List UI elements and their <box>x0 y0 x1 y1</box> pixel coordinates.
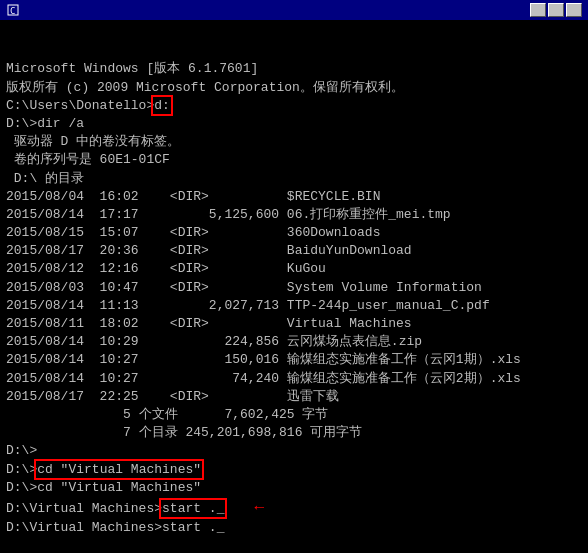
cmd-highlight-cd: cd "Virtual Machines" <box>37 462 201 477</box>
terminal-line: 2015/08/11 18:02 <DIR> Virtual Machines <box>6 315 582 333</box>
terminal-line: 版权所有 (c) 2009 Microsoft Corporation。保留所有… <box>6 79 582 97</box>
minimize-button[interactable] <box>530 3 546 17</box>
svg-text:C: C <box>10 6 15 16</box>
terminal-line: 2015/08/17 20:36 <DIR> BaiduYunDownload <box>6 242 582 260</box>
cmd-highlight-d: d: <box>154 98 170 113</box>
terminal-line: 2015/08/12 12:16 <DIR> KuGou <box>6 260 582 278</box>
terminal-line: D:\> <box>6 442 582 460</box>
terminal-line: D:\>dir /a <box>6 115 582 133</box>
arrow-icon: ← <box>254 499 264 517</box>
terminal[interactable]: Microsoft Windows [版本 6.1.7601]版权所有 (c) … <box>0 20 588 553</box>
terminal-line: 7 个目录 245,201,698,816 可用字节 <box>6 424 582 442</box>
terminal-line: 2015/08/14 17:17 5,125,600 06.打印称重控件_mei… <box>6 206 582 224</box>
terminal-line: 5 个文件 7,602,425 字节 <box>6 406 582 424</box>
close-button[interactable] <box>566 3 582 17</box>
terminal-line: 卷的序列号是 60E1-01CF <box>6 151 582 169</box>
maximize-button[interactable] <box>548 3 564 17</box>
cmd-highlight-start: start ._ <box>162 501 224 516</box>
terminal-content: Microsoft Windows [版本 6.1.7601]版权所有 (c) … <box>6 60 582 537</box>
terminal-line: 2015/08/14 10:27 74,240 输煤组态实施准备工作（云冈2期）… <box>6 370 582 388</box>
terminal-line: 2015/08/03 10:47 <DIR> System Volume Inf… <box>6 279 582 297</box>
terminal-line: 2015/08/14 11:13 2,027,713 TTP-244p_user… <box>6 297 582 315</box>
terminal-line: 驱动器 D 中的卷没有标签。 <box>6 133 582 151</box>
title-bar-buttons <box>530 3 582 17</box>
terminal-line: D:\Virtual Machines>start ._← <box>6 497 582 519</box>
terminal-line: 2015/08/14 10:29 224,856 云冈煤场点表信息.zip <box>6 333 582 351</box>
terminal-line: 2015/08/14 10:27 150,016 输煤组态实施准备工作（云冈1期… <box>6 351 582 369</box>
title-bar-icon: C <box>6 3 20 17</box>
terminal-line: C:\Users\Donatello>d: <box>6 97 582 115</box>
terminal-line: 2015/08/17 22:25 <DIR> 迅雷下载 <box>6 388 582 406</box>
title-bar: C <box>0 0 588 20</box>
terminal-line: D:\ 的目录 <box>6 170 582 188</box>
terminal-line: Microsoft Windows [版本 6.1.7601] <box>6 60 582 78</box>
terminal-line: D:\Virtual Machines>start ._ <box>6 519 582 537</box>
terminal-line: 2015/08/04 16:02 <DIR> $RECYCLE.BIN <box>6 188 582 206</box>
terminal-line: D:\>cd "Virtual Machines" <box>6 479 582 497</box>
terminal-line: D:\>cd "Virtual Machines" <box>6 461 582 479</box>
terminal-line: 2015/08/15 15:07 <DIR> 360Downloads <box>6 224 582 242</box>
